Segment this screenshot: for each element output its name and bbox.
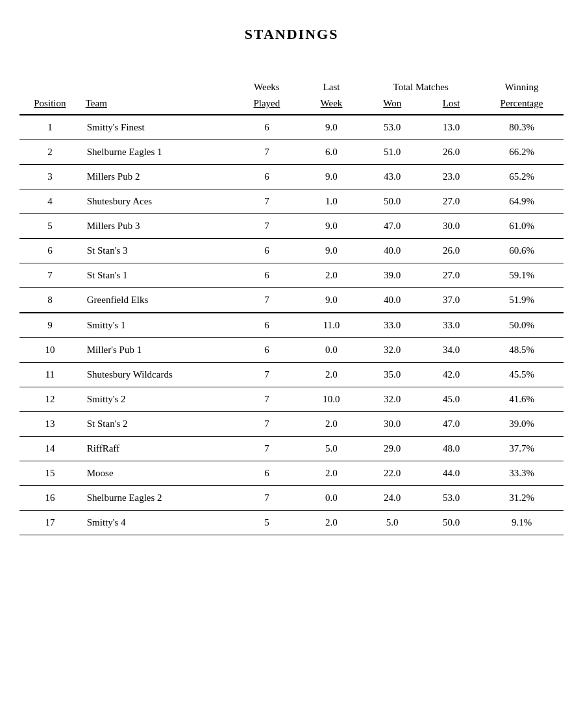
team-cell: St Stan's 2 xyxy=(81,412,232,437)
lost-cell: 27.0 xyxy=(423,263,480,288)
lost-cell: 23.0 xyxy=(423,165,480,189)
pos-cell: 17 xyxy=(19,511,81,535)
pct-cell: 50.0% xyxy=(480,313,564,338)
pct-cell: 33.3% xyxy=(480,461,564,486)
last-cell: 9.0 xyxy=(301,165,362,189)
played-cell: 7 xyxy=(232,412,301,437)
week-header: Week xyxy=(301,95,362,115)
team-cell: Shelburne Eagles 2 xyxy=(81,486,232,511)
pct-cell: 59.1% xyxy=(480,263,564,288)
top-weeks-header: Weeks xyxy=(232,82,301,95)
last-cell: 2.0 xyxy=(301,511,362,535)
team-cell: Smitty's Finest xyxy=(81,115,232,140)
played-cell: 5 xyxy=(232,511,301,535)
pos-cell: 2 xyxy=(19,140,81,165)
last-cell: 11.0 xyxy=(301,313,362,338)
last-cell: 5.0 xyxy=(301,437,362,461)
won-cell: 40.0 xyxy=(362,288,423,313)
won-cell: 40.0 xyxy=(362,239,423,263)
lost-cell: 44.0 xyxy=(423,461,480,486)
pos-cell: 16 xyxy=(19,486,81,511)
played-cell: 6 xyxy=(232,165,301,189)
played-cell: 7 xyxy=(232,437,301,461)
last-cell: 1.0 xyxy=(301,189,362,214)
table-row: 6 St Stan's 3 6 9.0 40.0 26.0 60.6% xyxy=(19,239,564,263)
table-row: 10 Miller's Pub 1 6 0.0 32.0 34.0 48.5% xyxy=(19,338,564,363)
played-cell: 7 xyxy=(232,363,301,387)
pct-cell: 51.9% xyxy=(480,288,564,313)
table-row: 3 Millers Pub 2 6 9.0 43.0 23.0 65.2% xyxy=(19,165,564,189)
team-cell: Moose xyxy=(81,461,232,486)
top-pos-header xyxy=(19,82,81,95)
team-cell: Greenfield Elks xyxy=(81,288,232,313)
pct-cell: 48.5% xyxy=(480,338,564,363)
won-cell: 43.0 xyxy=(362,165,423,189)
table-row: 14 RiffRaff 7 5.0 29.0 48.0 37.7% xyxy=(19,437,564,461)
team-cell: RiffRaff xyxy=(81,437,232,461)
played-cell: 7 xyxy=(232,387,301,412)
last-cell: 9.0 xyxy=(301,115,362,140)
won-cell: 32.0 xyxy=(362,338,423,363)
played-cell: 6 xyxy=(232,263,301,288)
lost-cell: 45.0 xyxy=(423,387,480,412)
lost-cell: 13.0 xyxy=(423,115,480,140)
top-winning-header: Winning xyxy=(480,82,564,95)
team-cell: Smitty's 2 xyxy=(81,387,232,412)
table-row: 1 Smitty's Finest 6 9.0 53.0 13.0 80.3% xyxy=(19,115,564,140)
table-row: 5 Millers Pub 3 7 9.0 47.0 30.0 61.0% xyxy=(19,214,564,239)
played-header: Played xyxy=(232,95,301,115)
played-cell: 7 xyxy=(232,189,301,214)
lost-cell: 50.0 xyxy=(423,511,480,535)
table-row: 9 Smitty's 1 6 11.0 33.0 33.0 50.0% xyxy=(19,313,564,338)
pos-cell: 11 xyxy=(19,363,81,387)
pct-cell: 37.7% xyxy=(480,437,564,461)
lost-cell: 26.0 xyxy=(423,140,480,165)
table-row: 4 Shutesbury Aces 7 1.0 50.0 27.0 64.9% xyxy=(19,189,564,214)
played-cell: 6 xyxy=(232,313,301,338)
last-cell: 2.0 xyxy=(301,263,362,288)
team-header: Team xyxy=(81,95,232,115)
table-row: 7 St Stan's 1 6 2.0 39.0 27.0 59.1% xyxy=(19,263,564,288)
played-cell: 6 xyxy=(232,239,301,263)
table-row: 2 Shelburne Eagles 1 7 6.0 51.0 26.0 66.… xyxy=(19,140,564,165)
last-cell: 2.0 xyxy=(301,363,362,387)
won-cell: 33.0 xyxy=(362,313,423,338)
standings-table: Weeks Last Total Matches Winning Positio… xyxy=(19,82,564,535)
played-cell: 7 xyxy=(232,288,301,313)
pos-cell: 5 xyxy=(19,214,81,239)
pct-cell: 9.1% xyxy=(480,511,564,535)
team-cell: Shutesbury Wildcards xyxy=(81,363,232,387)
lost-cell: 47.0 xyxy=(423,412,480,437)
won-cell: 5.0 xyxy=(362,511,423,535)
played-cell: 6 xyxy=(232,338,301,363)
team-cell: Shelburne Eagles 1 xyxy=(81,140,232,165)
pos-cell: 3 xyxy=(19,165,81,189)
main-header-row: Position Team Played Week Won Lost Perce… xyxy=(19,95,564,115)
pct-cell: 39.0% xyxy=(480,412,564,437)
pos-cell: 1 xyxy=(19,115,81,140)
team-cell: Millers Pub 3 xyxy=(81,214,232,239)
pos-cell: 14 xyxy=(19,437,81,461)
last-cell: 9.0 xyxy=(301,288,362,313)
pos-cell: 15 xyxy=(19,461,81,486)
last-cell: 9.0 xyxy=(301,214,362,239)
lost-cell: 48.0 xyxy=(423,437,480,461)
lost-cell: 27.0 xyxy=(423,189,480,214)
last-cell: 2.0 xyxy=(301,461,362,486)
pos-cell: 8 xyxy=(19,288,81,313)
won-header: Won xyxy=(362,95,423,115)
played-cell: 7 xyxy=(232,486,301,511)
lost-header: Lost xyxy=(423,95,480,115)
won-cell: 39.0 xyxy=(362,263,423,288)
won-cell: 22.0 xyxy=(362,461,423,486)
team-cell: Millers Pub 2 xyxy=(81,165,232,189)
lost-cell: 34.0 xyxy=(423,338,480,363)
pos-cell: 9 xyxy=(19,313,81,338)
top-team-header xyxy=(81,82,232,95)
won-cell: 32.0 xyxy=(362,387,423,412)
played-cell: 7 xyxy=(232,214,301,239)
last-cell: 2.0 xyxy=(301,412,362,437)
lost-cell: 26.0 xyxy=(423,239,480,263)
last-cell: 10.0 xyxy=(301,387,362,412)
table-row: 16 Shelburne Eagles 2 7 0.0 24.0 53.0 31… xyxy=(19,486,564,511)
